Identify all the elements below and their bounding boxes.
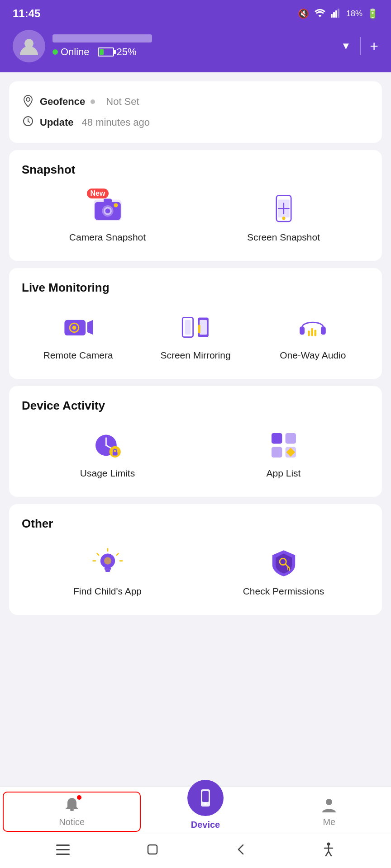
- device-battery-label: 25%: [117, 46, 137, 58]
- screen-mirroring-button[interactable]: Screen Mirroring: [139, 306, 252, 364]
- system-nav: [0, 834, 391, 868]
- svg-point-13: [114, 203, 118, 208]
- divider: [360, 37, 361, 55]
- header: Online 25% ▼ +: [0, 25, 391, 72]
- live-monitoring-section: Live Monitoring Remote Camera: [9, 268, 382, 379]
- signal-icon: [331, 8, 342, 20]
- home-button[interactable]: [146, 843, 159, 859]
- avatar: [13, 30, 45, 62]
- status-icons: 🔇 18% 🔋: [298, 8, 378, 20]
- bottom-nav: Notice Device Me: [0, 787, 391, 834]
- svg-point-18: [282, 217, 285, 220]
- screen-snapshot-icon-wrapper: [266, 191, 302, 227]
- nav-me[interactable]: Me: [267, 793, 391, 831]
- camera-snapshot-icon-wrapper: New: [90, 191, 126, 227]
- status-bar: 11:45 🔇 18% 🔋: [0, 0, 391, 25]
- not-set-dot: [91, 99, 98, 104]
- svg-rect-30: [308, 330, 310, 336]
- svg-rect-44: [104, 567, 110, 570]
- add-button[interactable]: +: [370, 39, 378, 53]
- live-monitoring-title: Live Monitoring: [22, 281, 369, 295]
- svg-line-68: [326, 851, 329, 856]
- svg-rect-3: [338, 9, 339, 18]
- screen-mirroring-label: Screen Mirroring: [160, 350, 230, 361]
- geofence-row: Geofence Not Set: [22, 91, 369, 112]
- screen-mirroring-icon: [177, 309, 214, 345]
- svg-line-47: [97, 553, 99, 555]
- online-status: Online: [52, 46, 90, 58]
- svg-point-22: [72, 326, 76, 330]
- menu-button[interactable]: [56, 844, 70, 859]
- mute-icon: 🔇: [298, 8, 309, 19]
- content-area: Geofence Not Set Update 48 minutes ago S…: [0, 72, 391, 787]
- one-way-audio-icon: [295, 309, 331, 345]
- app-list-label: App List: [267, 468, 301, 479]
- usage-limits-button[interactable]: Usage Limits: [22, 424, 193, 482]
- svg-rect-2: [335, 10, 337, 18]
- svg-point-51: [104, 557, 111, 565]
- new-badge: New: [87, 189, 109, 198]
- accessibility-button[interactable]: [322, 842, 335, 860]
- one-way-audio-button[interactable]: One-Way Audio: [257, 306, 369, 364]
- svg-rect-64: [148, 845, 157, 854]
- remote-camera-icon: [60, 309, 96, 345]
- camera-snapshot-label: Camera Snapshot: [69, 232, 146, 243]
- device-activity-items: Usage Limits App List: [22, 424, 369, 482]
- svg-point-60: [326, 799, 332, 805]
- svg-rect-37: [112, 452, 117, 455]
- svg-rect-12: [104, 199, 112, 203]
- svg-rect-62: [56, 849, 70, 850]
- battery-icon: 🔋: [367, 8, 378, 19]
- svg-rect-39: [285, 433, 296, 443]
- header-info: Online 25%: [52, 34, 334, 58]
- check-permissions-button[interactable]: Check Permissions: [198, 542, 369, 600]
- person-icon: [320, 796, 338, 815]
- svg-rect-32: [315, 330, 317, 336]
- svg-rect-1: [333, 12, 335, 18]
- usage-limits-icon: [90, 427, 126, 463]
- svg-line-69: [329, 851, 331, 856]
- svg-rect-61: [56, 844, 70, 846]
- chevron-down-icon[interactable]: ▼: [341, 40, 351, 52]
- header-actions: ▼ +: [341, 37, 378, 55]
- status-time: 11:45: [13, 7, 40, 20]
- remote-camera-button[interactable]: Remote Camera: [22, 306, 134, 364]
- screen-snapshot-button[interactable]: Screen Snapshot: [198, 188, 369, 246]
- update-icon: [22, 115, 34, 130]
- find-childs-app-label: Find Child's App: [73, 586, 142, 597]
- nav-device[interactable]: Device: [143, 793, 267, 830]
- svg-point-65: [327, 843, 330, 846]
- svg-rect-27: [198, 325, 200, 333]
- app-list-button[interactable]: App List: [198, 424, 369, 482]
- camera-snapshot-button[interactable]: New C: [22, 188, 193, 246]
- svg-rect-28: [300, 326, 305, 335]
- header-name-blurred: [52, 34, 152, 42]
- remote-camera-label: Remote Camera: [43, 350, 113, 361]
- svg-rect-63: [56, 854, 70, 855]
- svg-rect-31: [311, 328, 314, 336]
- svg-rect-29: [321, 326, 326, 335]
- screen-snapshot-label: Screen Snapshot: [247, 232, 320, 243]
- find-childs-app-icon: [90, 545, 126, 581]
- live-monitoring-items: Remote Camera Screen Mirroring: [22, 306, 369, 364]
- update-row: Update 48 minutes ago: [22, 112, 369, 133]
- svg-point-11: [105, 208, 110, 213]
- update-value: 48 minutes ago: [82, 117, 150, 128]
- find-childs-app-button[interactable]: Find Child's App: [22, 542, 193, 600]
- notice-red-dot: [77, 795, 81, 800]
- back-button[interactable]: [235, 843, 246, 859]
- svg-line-48: [116, 553, 118, 555]
- device-circle-icon: [187, 780, 224, 816]
- one-way-audio-label: One-Way Audio: [280, 350, 346, 361]
- check-permissions-label: Check Permissions: [243, 586, 324, 597]
- svg-rect-40: [272, 447, 282, 458]
- nav-notice[interactable]: Notice: [3, 792, 141, 832]
- other-title: Other: [22, 517, 369, 531]
- online-label: Online: [61, 46, 90, 58]
- svg-rect-45: [105, 570, 110, 572]
- snapshot-items: New C: [22, 188, 369, 246]
- geofence-value: Not Set: [106, 96, 139, 108]
- usage-limits-label: Usage Limits: [80, 468, 135, 479]
- svg-point-59: [204, 803, 206, 805]
- geofence-icon: [22, 94, 34, 109]
